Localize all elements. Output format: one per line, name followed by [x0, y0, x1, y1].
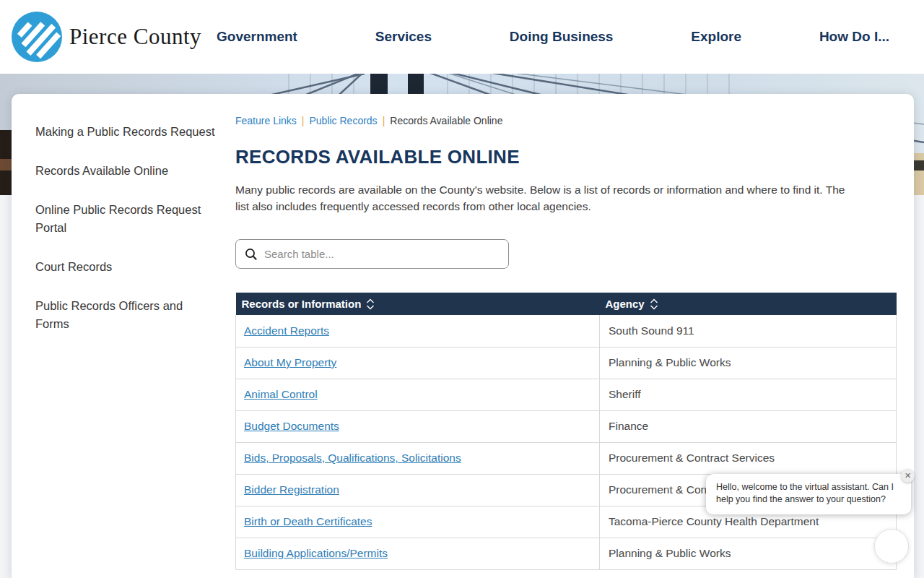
- sidebar-item[interactable]: Online Public Records Request Portal: [35, 201, 216, 237]
- record-link[interactable]: Bidder Registration: [244, 483, 339, 496]
- table-row: About My Property Planning & Public Work…: [236, 347, 897, 379]
- table-row: Accident Reports South Sound 911: [236, 315, 897, 347]
- record-link[interactable]: Building Applications/Permits: [244, 547, 388, 559]
- nav-item[interactable]: How Do I...: [819, 29, 889, 45]
- logo-text: Pierce County: [69, 24, 201, 50]
- sidebar-item[interactable]: Public Records Officers and Forms: [35, 297, 216, 333]
- sort-icon: [650, 298, 658, 310]
- record-link[interactable]: Birth or Death Certificates: [244, 515, 372, 527]
- record-link[interactable]: About My Property: [244, 356, 336, 368]
- page-title: RECORDS AVAILABLE ONLINE: [235, 146, 897, 168]
- chat-launcher-button[interactable]: [874, 529, 909, 564]
- breadcrumb-separator: |: [297, 115, 310, 126]
- table-row: Bids, Proposals, Qualifications, Solicit…: [236, 442, 897, 474]
- site-header: Pierce County Government Services Doing …: [0, 0, 924, 74]
- agency-cell: Planning & Public Works: [600, 347, 897, 379]
- record-link[interactable]: Animal Control: [244, 388, 318, 400]
- record-link[interactable]: Bids, Proposals, Qualifications, Solicit…: [244, 452, 461, 464]
- sort-icon: [366, 298, 375, 310]
- sidebar-item[interactable]: Records Available Online: [35, 162, 216, 180]
- table-row: Budget Documents Finance: [236, 410, 897, 442]
- record-link[interactable]: Accident Reports: [244, 324, 329, 337]
- breadcrumb-separator: |: [378, 115, 391, 126]
- table-row: Building Applications/Permits Planning &…: [236, 538, 897, 569]
- table-row: Animal Control Sheriff: [236, 379, 897, 410]
- breadcrumb-link-public-records[interactable]: Public Records: [309, 115, 377, 126]
- breadcrumb-link-feature-links[interactable]: Feature Links: [235, 115, 297, 126]
- column-header-records[interactable]: Records or Information: [236, 293, 600, 315]
- records-table: Records or Information Agency: [235, 293, 897, 570]
- sidebar-item[interactable]: Court Records: [35, 258, 216, 276]
- agency-cell: Procurement & Contract Services: [600, 442, 897, 474]
- column-header-records-label: Records or Information: [242, 298, 362, 310]
- breadcrumb-current: Records Available Online: [390, 115, 502, 126]
- agency-cell: Sheriff: [600, 379, 897, 410]
- table-search-box: [235, 239, 509, 269]
- breadcrumb: Feature Links|Public Records|Records Ava…: [235, 115, 897, 126]
- sidebar-item[interactable]: Making a Public Records Request: [35, 123, 216, 141]
- agency-cell: South Sound 911: [600, 315, 897, 347]
- column-header-agency[interactable]: Agency: [600, 293, 897, 315]
- chat-close-icon[interactable]: ✕: [901, 469, 915, 483]
- agency-cell: Planning & Public Works: [600, 538, 897, 569]
- main-nav: Government Services Doing Business Explo…: [217, 0, 889, 74]
- nav-item[interactable]: Explore: [691, 29, 741, 45]
- column-header-agency-label: Agency: [606, 298, 645, 310]
- chat-greeting-bubble: Hello, welcome to the virtual assistant.…: [706, 474, 911, 514]
- nav-item[interactable]: Services: [375, 29, 432, 45]
- pierce-county-logo-icon: [12, 12, 62, 62]
- record-link[interactable]: Budget Documents: [244, 420, 339, 432]
- search-icon: [245, 248, 258, 261]
- intro-paragraph: Many public records are available on the…: [235, 182, 860, 215]
- sidebar-nav: Making a Public Records Request Records …: [35, 123, 216, 354]
- chat-greeting-message: Hello, welcome to the virtual assistant.…: [716, 482, 894, 504]
- nav-item[interactable]: Doing Business: [510, 29, 614, 45]
- nav-item[interactable]: Government: [217, 29, 297, 45]
- pierce-county-logo[interactable]: Pierce County: [12, 12, 201, 62]
- search-input[interactable]: [264, 248, 500, 260]
- agency-cell: Finance: [600, 410, 897, 442]
